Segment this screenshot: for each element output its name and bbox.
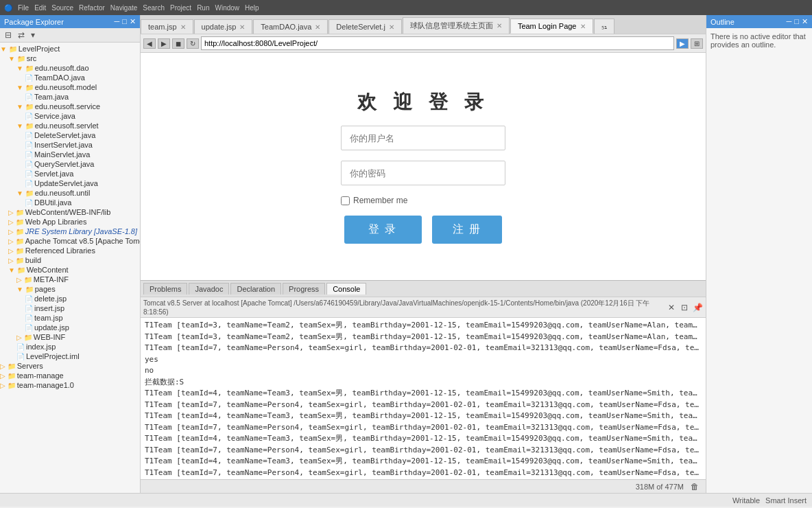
tab-close-btn[interactable]: ✕: [389, 23, 394, 31]
tree-item-edu-neusoft-model[interactable]: ▼ 📁edu.neusoft.model: [0, 82, 140, 92]
forward-btn[interactable]: ▶: [158, 38, 170, 49]
tree-expand-icon: ▼ 📁: [16, 103, 34, 111]
view-menu-btn[interactable]: ▾: [29, 30, 37, 41]
username-input[interactable]: [341, 126, 505, 150]
tree-item-jre-system-library--javase-1-8-[interactable]: ▷ 📁JRE System Library [JavaSE-1.8]: [0, 227, 140, 236]
tree-item-insertservlet-java[interactable]: 📄InsertServlet.java: [0, 140, 140, 150]
tab-close-btn[interactable]: ✕: [239, 23, 245, 31]
tree-item-meta-inf[interactable]: ▷ 📁META-INF: [0, 275, 140, 284]
window-menu[interactable]: Window: [213, 4, 241, 12]
tree-item-edu-neusoft-servlet[interactable]: ▼ 📁edu.neusoft.servlet: [0, 121, 140, 130]
tree-item-dbutil-java[interactable]: 📄DBUtil.java: [0, 198, 140, 207]
editor-tab-team-login-page[interactable]: Team Login Page✕: [510, 19, 593, 34]
tree-item-web-inf[interactable]: ▷ 📁WEB-INF: [0, 332, 140, 342]
url-input[interactable]: [201, 36, 674, 50]
tree-item-team-manage[interactable]: ▷ 📁team-manage: [0, 371, 140, 380]
tree-expand-icon: ▼ 📁: [8, 266, 25, 274]
tree-item-label: edu.neusoft.dao: [35, 64, 89, 72]
tree-item-levelproject[interactable]: ▼ 📁LevelProject: [0, 44, 140, 54]
link-with-editor-btn[interactable]: ⇄: [16, 30, 27, 41]
close-btn[interactable]: ✕: [130, 17, 136, 26]
tree-item-webcontent-web-inf-lib[interactable]: ▷ 📁WebContent/WEB-INF/lib: [0, 207, 140, 217]
go-btn[interactable]: ▶: [676, 38, 689, 49]
tree-item-levelproject-iml[interactable]: 📄LevelProject.iml: [0, 351, 140, 361]
tree-item-edu-neusoft-dao[interactable]: ▼ 📁edu.neusoft.dao: [0, 63, 140, 73]
tree-item-servers[interactable]: ▷ 📁Servers: [0, 361, 140, 371]
edit-menu[interactable]: Edit: [33, 4, 47, 12]
tree-item-queryservlet-java[interactable]: 📄QueryServlet.java: [0, 159, 140, 169]
source-menu[interactable]: Source: [50, 4, 75, 12]
navigate-menu[interactable]: Navigate: [109, 4, 139, 12]
maximize-btn[interactable]: □: [122, 17, 127, 26]
tab-close-btn[interactable]: ✕: [580, 23, 586, 30]
tree-item-src[interactable]: ▼ 📁src: [0, 54, 140, 63]
tree-item-teamdao-java[interactable]: 📄TeamDAO.java: [0, 73, 140, 82]
tree-item-servlet-java[interactable]: 📄Servlet.java: [0, 169, 140, 178]
tree-expand-icon: 📄: [25, 141, 33, 149]
tree-item-label: DeleteServlet.java: [34, 131, 95, 139]
editor-tab-team-jsp[interactable]: team.jsp✕: [141, 19, 193, 34]
tree-item-deleteservlet-java[interactable]: 📄DeleteServlet.java: [0, 130, 140, 140]
console-clear-btn[interactable]: ✕: [666, 302, 677, 313]
tree-item-edu-neusoft-service[interactable]: ▼ 📁edu.neusoft.service: [0, 102, 140, 111]
bottom-tab-progress[interactable]: Progress: [283, 283, 325, 295]
editor-tab---[interactable]: ₅₁: [594, 19, 614, 34]
register-button[interactable]: 注 册: [432, 216, 502, 244]
bottom-tab-console[interactable]: Console: [326, 283, 366, 295]
editor-tab-teamdao-java[interactable]: TeamDAO.java✕: [253, 19, 328, 34]
tree-item-pages[interactable]: ▼ 📁pages: [0, 284, 140, 294]
bottom-tab-declaration[interactable]: Declaration: [230, 283, 281, 295]
tree-item-index-jsp[interactable]: 📄index.jsp: [0, 342, 140, 351]
tree-item-webcontent[interactable]: ▼ 📁WebContent: [0, 265, 140, 275]
tab-label: Team Login Page: [518, 22, 577, 30]
tree-item-team-manage1-0[interactable]: ▷ 📁team-manage1.0: [0, 380, 140, 390]
outline-maximize-btn[interactable]: □: [794, 17, 799, 26]
project-menu[interactable]: Project: [169, 4, 193, 12]
tree-item-web-app-libraries[interactable]: ▷ 📁Web App Libraries: [0, 217, 140, 227]
open-browser-btn[interactable]: ⊞: [691, 38, 703, 49]
refactor-menu[interactable]: Refactor: [77, 4, 106, 12]
remember-me-checkbox[interactable]: [341, 196, 350, 205]
tree-item-referenced-libraries[interactable]: ▷ 📁Referenced Libraries: [0, 246, 140, 255]
file-menu[interactable]: File: [16, 4, 30, 12]
tree-item-mainservlet-java[interactable]: 📄MainServlet.java: [0, 150, 140, 159]
editor-tab------------[interactable]: 球队信息管理系统主页面✕: [403, 17, 510, 34]
tree-item-build[interactable]: ▷ 📁build: [0, 255, 140, 265]
console-scroll-lock-btn[interactable]: ⊡: [679, 302, 690, 313]
help-menu[interactable]: Help: [243, 4, 261, 12]
console-pin-btn[interactable]: 📌: [692, 302, 703, 313]
tree-item-apache-tomcat-v8-5--apache-tomca[interactable]: ▷ 📁Apache Tomcat v8.5 [Apache Tomca: [0, 236, 140, 246]
tab-close-btn[interactable]: ✕: [180, 23, 186, 31]
tree-item-team-jsp[interactable]: 📄team.jsp: [0, 313, 140, 323]
stop-btn[interactable]: ◼: [172, 38, 184, 49]
bottom-panel: ProblemsJavadocDeclarationProgressConsol…: [141, 280, 706, 493]
address-bar: ◀ ▶ ◼ ↻ ▶ ⊞: [141, 34, 706, 53]
tree-expand-icon: ▼ 📁: [16, 122, 34, 130]
gc-btn[interactable]: 🗑: [689, 481, 700, 492]
tab-close-btn[interactable]: ✕: [315, 23, 320, 31]
bottom-tab-problems[interactable]: Problems: [143, 283, 187, 295]
tab-close-btn[interactable]: ✕: [497, 22, 502, 30]
tree-item-delete-jsp[interactable]: 📄delete.jsp: [0, 294, 140, 303]
collapse-all-btn[interactable]: ⊟: [3, 30, 14, 41]
outline-minimize-btn[interactable]: ─: [787, 17, 792, 26]
tree-item-update-jsp[interactable]: 📄update.jsp: [0, 323, 140, 332]
outline-content: There is no active editor that provides …: [706, 28, 812, 493]
tree-item-insert-jsp[interactable]: 📄insert.jsp: [0, 303, 140, 313]
search-menu[interactable]: Search: [141, 4, 166, 12]
run-menu[interactable]: Run: [195, 4, 211, 12]
bottom-tab-javadoc[interactable]: Javadoc: [189, 283, 229, 295]
refresh-btn[interactable]: ↻: [187, 38, 199, 49]
tree-item-team-java[interactable]: 📄Team.java: [0, 92, 140, 102]
outline-close-btn[interactable]: ✕: [802, 17, 808, 26]
password-input[interactable]: [341, 161, 505, 185]
tree-item-edu-neusoft-until[interactable]: ▼ 📁edu.neusoft.until: [0, 188, 140, 198]
editor-tab-update-jsp[interactable]: update.jsp✕: [194, 19, 253, 34]
back-btn[interactable]: ◀: [143, 38, 156, 49]
tree-item-updateservlet-java[interactable]: 📄UpdateServlet.java: [0, 178, 140, 188]
login-button[interactable]: 登 录: [344, 216, 421, 244]
editor-tab-deleteservlet-j[interactable]: DeleteServlet.j✕: [329, 19, 402, 34]
tree-item-service-java[interactable]: 📄Service.java: [0, 111, 140, 121]
minimize-btn[interactable]: ─: [115, 17, 120, 26]
package-explorer-toolbar: ⊟ ⇄ ▾: [0, 28, 140, 43]
